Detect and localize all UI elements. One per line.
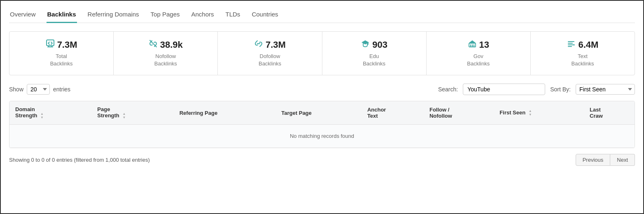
col-domain-strength[interactable]: DomainStrength ▲▼ <box>9 101 91 125</box>
stat-total-backlinks: 7.3M Total Backlinks <box>9 32 114 75</box>
col-referring-page[interactable]: Referring Page <box>174 101 276 125</box>
domain-strength-sort-icon: ▲▼ <box>40 112 44 119</box>
col-anchor-text[interactable]: AnchorText <box>362 101 424 125</box>
no-records-message: No matching records found <box>9 125 635 148</box>
svg-rect-3 <box>472 44 473 47</box>
controls-left: Show 20 10 50 100 entries <box>9 84 70 95</box>
stat-edu-backlinks: 903 Edu Backlinks <box>322 32 427 75</box>
show-entries-select[interactable]: 20 10 50 100 <box>27 84 50 95</box>
text-backlinks-label: Text Backlinks <box>537 53 628 67</box>
stat-dofollow-backlinks: 7.3M Dofollow Backlinks <box>218 32 322 75</box>
stat-nofollow-backlinks: 38.9k Nofollow Backlinks <box>114 32 218 75</box>
gov-value: 13 <box>479 40 489 50</box>
nofollow-value: 38.9k <box>160 40 183 50</box>
backlinks-table-wrapper: DomainStrength ▲▼ PageStrength ▲▼ Referr… <box>9 101 635 148</box>
col-page-strength[interactable]: PageStrength ▲▼ <box>91 101 173 125</box>
svg-rect-2 <box>470 44 471 47</box>
sort-by-select[interactable]: First Seen Last Seen Domain Strength Pag… <box>576 84 635 95</box>
edu-label: Edu Backlinks <box>329 53 420 67</box>
tab-backlinks[interactable]: Backlinks <box>47 7 77 23</box>
total-backlinks-icon <box>46 39 55 50</box>
col-first-seen[interactable]: First Seen ▲▼ <box>494 101 584 125</box>
nofollow-label: Nofollow Backlinks <box>120 53 211 67</box>
tab-countries[interactable]: Countries <box>251 7 279 23</box>
stat-text-backlinks: 6.4M Text Backlinks <box>531 32 635 75</box>
total-backlinks-label: Total Backlinks <box>16 53 107 67</box>
backlinks-table: DomainStrength ▲▼ PageStrength ▲▼ Referr… <box>9 101 635 148</box>
first-seen-sort-icon: ▲▼ <box>529 109 532 116</box>
col-last-craw[interactable]: LastCraw <box>584 101 635 125</box>
svg-rect-4 <box>474 44 474 47</box>
text-backlinks-icon <box>567 39 576 50</box>
edu-value: 903 <box>372 40 387 50</box>
col-follow-nofollow[interactable]: Follow /Nofollow <box>424 101 494 125</box>
pagination: Previous Next <box>576 154 635 166</box>
no-records-row: No matching records found <box>9 125 635 148</box>
next-button[interactable]: Next <box>610 154 635 166</box>
controls-right: Search: Sort By: First Seen Last Seen Do… <box>438 84 635 95</box>
gov-icon <box>468 39 477 50</box>
nofollow-icon <box>149 39 158 50</box>
table-footer: Showing 0 to 0 of 0 entries (filtered fr… <box>9 154 635 166</box>
tab-tlds[interactable]: TLDs <box>225 7 241 23</box>
controls-row: Show 20 10 50 100 entries Search: Sort B… <box>9 84 635 95</box>
previous-button[interactable]: Previous <box>576 154 611 166</box>
edu-icon <box>361 39 370 50</box>
svg-rect-0 <box>47 40 54 46</box>
gov-label: Gov Backlinks <box>433 53 524 67</box>
main-container: Overview Backlinks Referring Domains Top… <box>0 0 644 214</box>
tab-anchors[interactable]: Anchors <box>191 7 215 23</box>
showing-info: Showing 0 to 0 of 0 entries (filtered fr… <box>9 157 150 163</box>
search-label: Search: <box>438 86 458 93</box>
tab-overview[interactable]: Overview <box>9 7 37 23</box>
search-input[interactable] <box>463 84 545 95</box>
col-target-page[interactable]: Target Page <box>275 101 362 125</box>
show-label: Show <box>9 86 23 93</box>
stat-gov-backlinks: 13 Gov Backlinks <box>427 32 531 75</box>
stats-row: 7.3M Total Backlinks 38.9k Nofollow <box>9 31 635 75</box>
entries-label: entries <box>53 86 70 93</box>
tab-referring-domains[interactable]: Referring Domains <box>87 7 140 23</box>
dofollow-label: Dofollow Backlinks <box>224 53 315 67</box>
table-header-row: DomainStrength ▲▼ PageStrength ▲▼ Referr… <box>9 101 635 125</box>
dofollow-value: 7.3M <box>266 40 286 50</box>
sort-label: Sort By: <box>550 86 571 93</box>
total-backlinks-value: 7.3M <box>57 40 77 50</box>
nav-tabs: Overview Backlinks Referring Domains Top… <box>9 7 635 23</box>
page-strength-sort-icon: ▲▼ <box>122 112 126 119</box>
tab-top-pages[interactable]: Top Pages <box>150 7 181 23</box>
dofollow-icon <box>254 39 263 50</box>
text-backlinks-value: 6.4M <box>578 40 598 50</box>
